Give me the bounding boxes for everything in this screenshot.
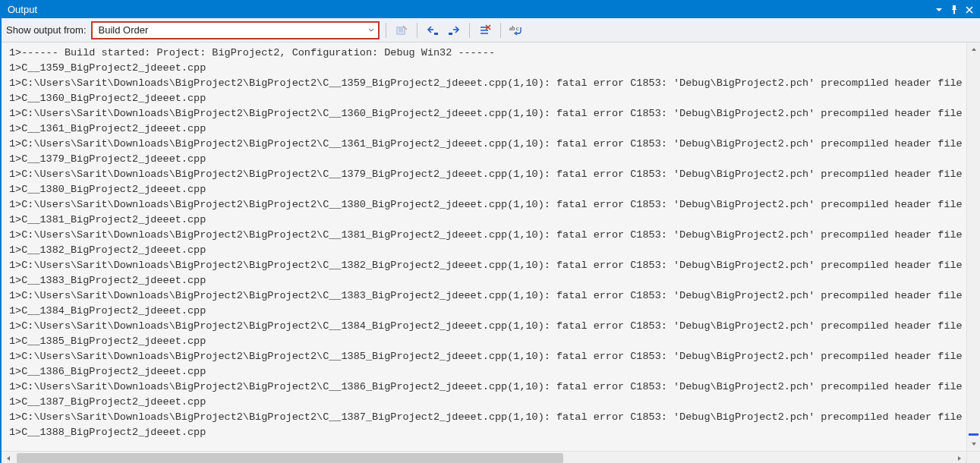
toolbar-separator: [500, 23, 501, 38]
horizontal-scroll-thumb[interactable]: [17, 453, 563, 463]
toolbar-separator: [417, 23, 418, 38]
vertical-scroll-track[interactable]: [967, 56, 980, 437]
toolbar-separator: [386, 23, 386, 38]
toolbar-separator: [469, 23, 470, 38]
toolbar-label: Show output from:: [6, 24, 87, 36]
svg-rect-2: [449, 33, 452, 35]
scroll-marker: [969, 433, 978, 436]
scroll-down-icon[interactable]: [967, 437, 980, 451]
word-wrap-button[interactable]: ab c: [507, 21, 525, 39]
clear-errors-button[interactable]: [476, 21, 494, 39]
svg-text:c: c: [516, 25, 519, 32]
vertical-scrollbar[interactable]: [966, 43, 980, 451]
next-message-button[interactable]: [445, 21, 463, 39]
clear-all-button[interactable]: [392, 21, 411, 39]
output-toolbar: Show output from: Build Order: [2, 18, 980, 43]
chevron-down-icon: [367, 27, 375, 34]
window-title: Output: [8, 2, 931, 18]
scroll-right-icon[interactable]: [953, 452, 966, 463]
output-source-value: Build Order: [99, 24, 149, 36]
titlebar: Output: [2, 2, 980, 18]
window-options-icon[interactable]: [931, 2, 947, 18]
svg-text:ab: ab: [509, 25, 515, 32]
scroll-up-icon[interactable]: [967, 43, 980, 56]
close-icon[interactable]: [962, 2, 977, 18]
horizontal-scrollbar[interactable]: [2, 451, 980, 463]
output-source-combobox[interactable]: Build Order: [91, 21, 380, 39]
svg-rect-1: [434, 33, 438, 35]
horizontal-scroll-track[interactable]: [15, 452, 953, 463]
previous-message-button[interactable]: [424, 21, 442, 39]
scrollbar-corner: [966, 452, 980, 463]
output-log[interactable]: 1>------ Build started: Project: BigProj…: [2, 43, 966, 451]
pin-icon[interactable]: [947, 2, 962, 18]
output-pane: 1>------ Build started: Project: BigProj…: [2, 43, 980, 451]
scroll-left-icon[interactable]: [2, 452, 15, 463]
